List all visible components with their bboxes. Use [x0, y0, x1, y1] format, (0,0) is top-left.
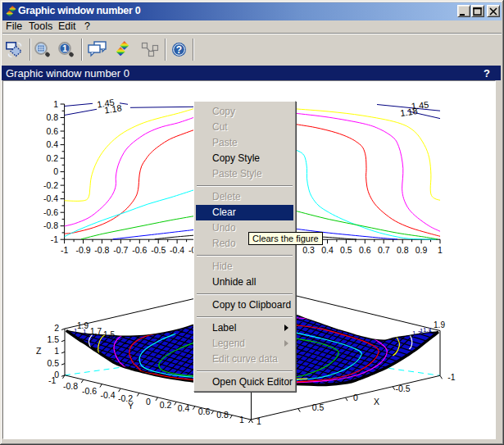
svg-text:0.2: 0.2 — [160, 400, 172, 410]
svg-text:-0.6: -0.6 — [82, 386, 97, 396]
svg-text:1.7: 1.7 — [90, 327, 102, 336]
svg-text:1.5: 1.5 — [47, 334, 59, 344]
svg-text:-1: -1 — [48, 375, 56, 385]
svg-text:0.5: 0.5 — [340, 245, 352, 255]
svg-text:1: 1 — [62, 43, 67, 53]
svg-text:-1: -1 — [447, 372, 455, 382]
svg-text:-1: -1 — [51, 234, 58, 244]
svg-text:-0.8: -0.8 — [43, 220, 58, 230]
svg-text:2: 2 — [54, 323, 59, 333]
svg-text:-0.8: -0.8 — [63, 381, 78, 391]
svg-text:-0.5: -0.5 — [395, 384, 410, 393]
svg-text:-0.6: -0.6 — [132, 245, 147, 255]
svg-text:0.8: 0.8 — [46, 112, 58, 122]
svg-text:-0.8: -0.8 — [94, 245, 109, 255]
svg-text:-0.2: -0.2 — [43, 180, 58, 190]
svg-text:1: 1 — [257, 416, 261, 426]
svg-text:-0.4: -0.4 — [43, 193, 58, 203]
svg-text:-0.9: -0.9 — [75, 245, 90, 255]
svg-text:-0.7: -0.7 — [113, 245, 128, 255]
svg-text:1.5: 1.5 — [103, 330, 115, 339]
svg-text:0.2: 0.2 — [46, 153, 58, 163]
svg-text:1.9: 1.9 — [434, 320, 445, 329]
svg-text:1.18: 1.18 — [400, 106, 419, 118]
svg-text:1: 1 — [53, 99, 58, 109]
svg-text:Y: Y — [128, 401, 134, 411]
svg-text:0: 0 — [53, 166, 58, 176]
svg-text:Z: Z — [36, 346, 42, 356]
svg-text:1.3: 1.3 — [412, 329, 422, 337]
svg-text:0.4: 0.4 — [46, 139, 58, 149]
svg-text:1: 1 — [239, 415, 244, 425]
svg-text:0.7: 0.7 — [378, 245, 390, 255]
svg-text:0.9: 0.9 — [415, 245, 428, 255]
svg-text:-0.6: -0.6 — [43, 207, 58, 217]
svg-text:-0.5: -0.5 — [151, 245, 166, 255]
svg-text:1: 1 — [438, 245, 443, 255]
svg-text:0.4: 0.4 — [321, 245, 334, 255]
svg-text:0: 0 — [353, 393, 358, 402]
svg-text:1.9: 1.9 — [77, 321, 89, 330]
svg-text:1.1: 1.1 — [423, 326, 433, 334]
svg-text:-1: -1 — [61, 245, 68, 255]
svg-text:0.8: 0.8 — [397, 245, 409, 255]
svg-text:0.6: 0.6 — [359, 245, 371, 255]
svg-text:0.5: 0.5 — [47, 358, 59, 368]
svg-text:0.5: 0.5 — [312, 402, 325, 412]
svg-text:-0.4: -0.4 — [170, 245, 184, 255]
svg-text:-0.4: -0.4 — [100, 390, 115, 400]
svg-text:0.6: 0.6 — [198, 406, 211, 416]
svg-text:?: ? — [176, 44, 182, 56]
svg-text:0.4: 0.4 — [178, 403, 190, 413]
svg-text:X: X — [374, 397, 379, 406]
svg-text:0.6: 0.6 — [46, 126, 58, 136]
svg-text:0.3: 0.3 — [302, 245, 315, 255]
svg-text:0.8: 0.8 — [216, 410, 229, 420]
svg-text:1.18: 1.18 — [104, 103, 123, 116]
svg-text:1: 1 — [54, 346, 59, 356]
svg-text:0: 0 — [146, 397, 151, 406]
